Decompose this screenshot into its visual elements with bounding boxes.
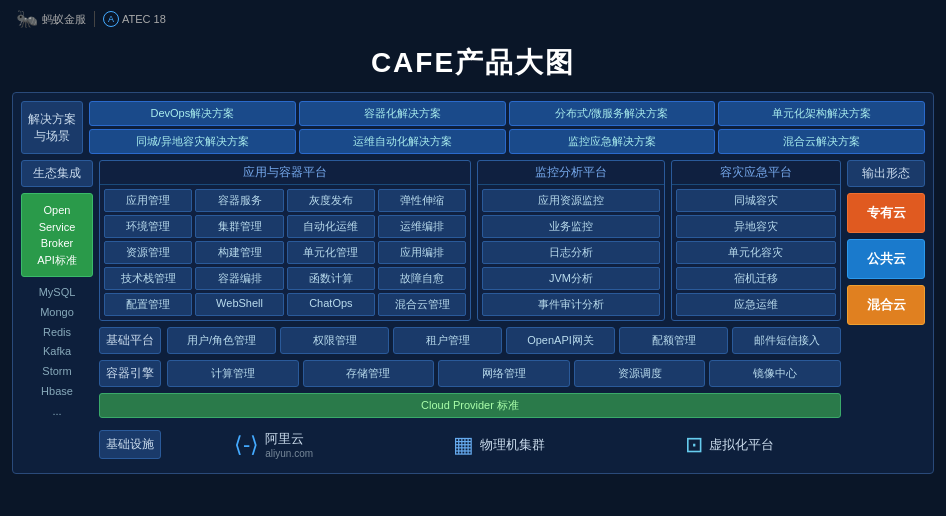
f-cell-5: 配额管理: [619, 327, 728, 354]
eco-items: MySQLMongoRedisKafkaStormHbase...: [21, 283, 93, 422]
f-cell-4: OpenAPI网关: [506, 327, 615, 354]
aliyun-icon: ⟨-⟩: [234, 432, 259, 458]
aliyun-name: 阿里云: [265, 430, 313, 448]
app-cell-15: 函数计算: [287, 267, 375, 290]
diagram: 解决方案与场景 DevOps解决方案 容器化解决方案 分布式/微服务解决方案 单…: [12, 92, 934, 474]
app-cell-13: 技术栈管理: [104, 267, 192, 290]
app-cell-9: 资源管理: [104, 241, 192, 264]
main-title: CAFE产品大图: [0, 38, 946, 92]
eco-label: 生态集成: [21, 160, 93, 187]
infra-virtual: ⊡ 虚拟化平台: [685, 432, 774, 458]
app-cell-8: 运维编排: [378, 215, 466, 238]
ant-financial-logo: 🐜 蚂蚁金服: [16, 8, 86, 30]
f-cell-2: 权限管理: [280, 327, 389, 354]
disaster-cell-1: 同城容灾: [676, 189, 836, 212]
eco-open-service: OpenServiceBrokerAPI标准: [21, 193, 93, 277]
solution-label: 解决方案与场景: [21, 101, 83, 154]
sol-microservice: 分布式/微服务解决方案: [509, 101, 716, 126]
virtual-name: 虚拟化平台: [709, 436, 774, 454]
disaster-cell-2: 异地容灾: [676, 215, 836, 238]
app-cell-19: ChatOps: [287, 293, 375, 316]
output-label: 输出形态: [847, 160, 925, 187]
c-cell-4: 资源调度: [574, 360, 706, 387]
app-cell-16: 故障自愈: [378, 267, 466, 290]
disaster-title: 容灾应急平台: [672, 161, 840, 185]
c-cell-2: 存储管理: [303, 360, 435, 387]
foundation-row: 基础平台 用户/角色管理 权限管理 租户管理 OpenAPI网关 配额管理 邮件…: [99, 327, 841, 354]
public-cloud-btn: 公共云: [847, 239, 925, 279]
header: 🐜 蚂蚁金服 A ATEC 18: [0, 0, 946, 38]
app-cell-12: 应用编排: [378, 241, 466, 264]
container-label: 容器引擎: [99, 360, 161, 387]
monitor-cell-4: JVM分析: [482, 267, 659, 290]
app-cell-17: 配置管理: [104, 293, 192, 316]
infra-label: 基础设施: [99, 430, 161, 459]
app-cell-4: 弹性伸缩: [378, 189, 466, 212]
app-cell-18: WebShell: [195, 293, 283, 316]
monitor-cell-5: 事件审计分析: [482, 293, 659, 316]
solution-row: 解决方案与场景 DevOps解决方案 容器化解决方案 分布式/微服务解决方案 单…: [21, 101, 925, 154]
disaster-cell-5: 应急运维: [676, 293, 836, 316]
virtual-icon: ⊡: [685, 432, 703, 458]
aliyun-sub: aliyun.com: [265, 448, 313, 459]
infra-aliyun: ⟨-⟩ 阿里云 aliyun.com: [234, 430, 313, 459]
c-cell-3: 网络管理: [438, 360, 570, 387]
infra-items: ⟨-⟩ 阿里云 aliyun.com ▦ 物理机集群 ⊡ 虚拟化平台: [167, 430, 841, 459]
f-cell-6: 邮件短信接入: [732, 327, 841, 354]
infra-physical: ▦ 物理机集群: [453, 432, 545, 458]
sol-devops: DevOps解决方案: [89, 101, 296, 126]
app-platform: 应用与容器平台 应用管理 容器服务 灰度发布 弹性伸缩 环境管理 集群管理 自动…: [99, 160, 471, 321]
app-cell-1: 应用管理: [104, 189, 192, 212]
physical-name: 物理机集群: [480, 436, 545, 454]
foundation-label: 基础平台: [99, 327, 161, 354]
sol-hybrid: 混合云解决方案: [718, 129, 925, 154]
sol-container: 容器化解决方案: [299, 101, 506, 126]
app-cell-3: 灰度发布: [287, 189, 375, 212]
eco-col: 生态集成 OpenServiceBrokerAPI标准 MySQLMongoRe…: [21, 160, 93, 459]
foundation-cells: 用户/角色管理 权限管理 租户管理 OpenAPI网关 配额管理 邮件短信接入: [167, 327, 841, 354]
container-cells: 计算管理 存储管理 网络管理 资源调度 镜像中心: [167, 360, 841, 387]
app-cell-20: 混合云管理: [378, 293, 466, 316]
monitor-title: 监控分析平台: [478, 161, 663, 185]
container-engine-row: 容器引擎 计算管理 存储管理 网络管理 资源调度 镜像中心: [99, 360, 841, 387]
hybrid-cloud-btn: 混合云: [847, 285, 925, 325]
c-cell-1: 计算管理: [167, 360, 299, 387]
c-cell-5: 镜像中心: [709, 360, 841, 387]
atec-logo: A ATEC 18: [94, 11, 166, 27]
sol-monitor: 监控应急解决方案: [509, 129, 716, 154]
app-cell-5: 环境管理: [104, 215, 192, 238]
ant-logo-text: 蚂蚁金服: [42, 12, 86, 27]
f-cell-3: 租户管理: [393, 327, 502, 354]
app-cell-10: 构建管理: [195, 241, 283, 264]
sol-unit: 单元化架构解决方案: [718, 101, 925, 126]
solution-grid: DevOps解决方案 容器化解决方案 分布式/微服务解决方案 单元化架构解决方案…: [89, 101, 925, 154]
sol-disaster: 同城/异地容灾解决方案: [89, 129, 296, 154]
atec-logo-text: ATEC 18: [122, 13, 166, 25]
monitor-platform: 监控分析平台 应用资源监控 业务监控 日志分析 JVM分析 事件审计分析: [477, 160, 664, 321]
cloud-bar: Cloud Provider 标准: [99, 393, 841, 418]
disaster-platform: 容灾应急平台 同城容灾 异地容灾 单元化容灾 宿机迁移 应急运维: [671, 160, 841, 321]
infra-row: 基础设施 ⟨-⟩ 阿里云 aliyun.com ▦ 物理机集群 ⊡: [99, 430, 841, 459]
monitor-cell-3: 日志分析: [482, 241, 659, 264]
app-cell-11: 单元化管理: [287, 241, 375, 264]
app-platform-title: 应用与容器平台: [100, 161, 470, 185]
f-cell-1: 用户/角色管理: [167, 327, 276, 354]
output-col: 输出形态 专有云 公共云 混合云: [847, 160, 925, 459]
disaster-cell-3: 单元化容灾: [676, 241, 836, 264]
monitor-cell-2: 业务监控: [482, 215, 659, 238]
sol-ops: 运维自动化解决方案: [299, 129, 506, 154]
app-cell-14: 容器编排: [195, 267, 283, 290]
app-cell-7: 自动化运维: [287, 215, 375, 238]
app-cell-6: 集群管理: [195, 215, 283, 238]
monitor-cell-1: 应用资源监控: [482, 189, 659, 212]
disaster-cell-4: 宿机迁移: [676, 267, 836, 290]
app-cell-2: 容器服务: [195, 189, 283, 212]
physical-icon: ▦: [453, 432, 474, 458]
center-col: 应用与容器平台 应用管理 容器服务 灰度发布 弹性伸缩 环境管理 集群管理 自动…: [99, 160, 841, 459]
private-cloud-btn: 专有云: [847, 193, 925, 233]
main-area: 生态集成 OpenServiceBrokerAPI标准 MySQLMongoRe…: [21, 160, 925, 459]
